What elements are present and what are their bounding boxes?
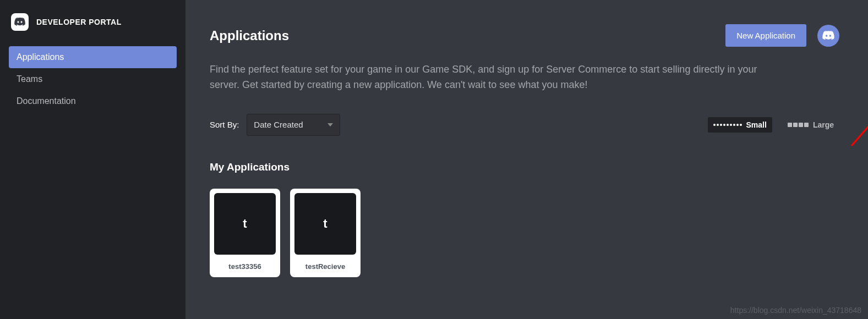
sort-control: Sort By: Date Created bbox=[210, 114, 340, 136]
page-description: Find the perfect feature set for your ga… bbox=[210, 62, 782, 93]
sidebar-nav: Applications Teams Documentation bbox=[0, 46, 185, 112]
new-application-button[interactable]: New Application bbox=[725, 24, 806, 47]
avatar[interactable] bbox=[817, 25, 839, 47]
discord-icon bbox=[822, 29, 835, 42]
sidebar-item-documentation[interactable]: Documentation bbox=[9, 90, 177, 112]
app-card[interactable]: t testRecieve bbox=[290, 189, 361, 277]
view-large-button[interactable]: Large bbox=[782, 117, 839, 133]
grid-small-icon bbox=[713, 124, 742, 126]
app-name: test33356 bbox=[228, 262, 261, 271]
sort-label: Sort By: bbox=[210, 120, 239, 129]
app-card[interactable]: t test33356 bbox=[210, 189, 280, 277]
header-actions: New Application bbox=[725, 24, 839, 47]
grid-large-icon bbox=[788, 123, 809, 127]
sort-select[interactable]: Date Created bbox=[247, 114, 340, 136]
sidebar: DEVELOPER PORTAL Applications Teams Docu… bbox=[0, 0, 185, 319]
discord-logo-icon bbox=[11, 13, 29, 31]
main-content: Applications New Application Find the pe… bbox=[185, 0, 868, 319]
sidebar-item-label: Teams bbox=[17, 74, 42, 84]
sidebar-item-label: Applications bbox=[17, 52, 64, 62]
sidebar-item-teams[interactable]: Teams bbox=[9, 68, 177, 90]
brand: DEVELOPER PORTAL bbox=[0, 13, 185, 46]
sort-selected-value: Date Created bbox=[254, 120, 303, 129]
view-large-label: Large bbox=[813, 120, 834, 129]
sidebar-item-applications[interactable]: Applications bbox=[9, 46, 177, 68]
applications-grid: t test33356 t testRecieve bbox=[210, 189, 839, 277]
controls-row: Sort By: Date Created Small Large bbox=[210, 114, 839, 136]
svg-line-0 bbox=[851, 58, 868, 146]
brand-title: DEVELOPER PORTAL bbox=[36, 18, 122, 26]
header-row: Applications New Application bbox=[210, 24, 839, 47]
sidebar-item-label: Documentation bbox=[17, 96, 76, 106]
view-small-label: Small bbox=[746, 120, 767, 129]
watermark: https://blog.csdn.net/weixin_43718648 bbox=[730, 306, 861, 315]
chevron-down-icon bbox=[327, 123, 333, 127]
app-thumbnail: t bbox=[214, 193, 276, 255]
app-name: testRecieve bbox=[305, 262, 345, 271]
annotation-arrow-icon bbox=[846, 52, 868, 151]
view-toggle: Small Large bbox=[708, 117, 839, 133]
view-small-button[interactable]: Small bbox=[708, 117, 772, 133]
page-title: Applications bbox=[210, 28, 289, 43]
my-applications-title: My Applications bbox=[210, 161, 839, 173]
app-thumbnail: t bbox=[294, 193, 356, 255]
